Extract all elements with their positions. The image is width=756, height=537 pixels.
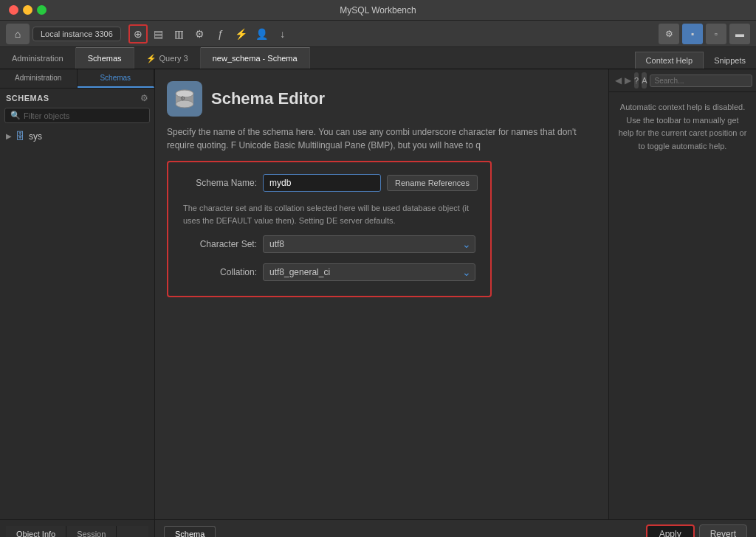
help-search-input[interactable]	[650, 75, 752, 87]
revert-button[interactable]: Revert	[699, 524, 747, 537]
bottom-content: Object Info Session Schema: sys Schema	[0, 520, 756, 537]
create-view-icon[interactable]: ▥	[170, 24, 189, 44]
right-toolbar: ⚙ ▪ ▫ ▬	[659, 24, 750, 44]
filter-box: 🔍	[4, 108, 150, 123]
sidebar: Administration Schemas SCHEMAS ⚙ 🔍 ▶ 🗄 s…	[0, 69, 155, 519]
toolbar-icons: ⊕ ▤ ▥ ⚙ ƒ ⚡ 👤 ↓	[128, 24, 292, 44]
settings-icon[interactable]: ⚙	[659, 24, 679, 44]
schema-editor-area: ⚙ Schema Editor Specify the name of the …	[155, 69, 608, 519]
tab-schema[interactable]: Schema	[164, 526, 216, 537]
action-buttons: Apply Revert	[646, 524, 747, 537]
schema-item-sys[interactable]: ▶ 🗄 sys	[0, 128, 154, 145]
charset-label: Character Set:	[183, 239, 257, 249]
close-button[interactable]	[9, 5, 18, 15]
rename-references-button[interactable]: Rename References	[387, 175, 478, 191]
tab-administration[interactable]: Administration	[0, 47, 76, 69]
nav-back-icon[interactable]: ◀	[615, 73, 622, 88]
bottom-left: Object Info Session Schema: sys	[0, 520, 155, 537]
help-auto-icon[interactable]: A	[642, 72, 647, 89]
bottom-left-tabs: Object Info Session	[6, 526, 148, 537]
collation-row: Collation: utf8_general_ci utf8_unicode_…	[183, 263, 475, 281]
svg-text:⚙: ⚙	[180, 95, 185, 102]
schema-name-input[interactable]	[263, 174, 381, 192]
tab-query3[interactable]: ⚡ Query 3	[134, 47, 201, 69]
nav-forward-icon[interactable]: ▶	[625, 73, 631, 88]
tab-schemas[interactable]: Schemas	[76, 47, 134, 69]
charset-select[interactable]: utf8 utf16 utf32 latin1	[263, 235, 475, 253]
view-mode-1-icon[interactable]: ▪	[682, 24, 703, 44]
collation-select-wrapper: utf8_general_ci utf8_unicode_ci utf8_bin…	[263, 263, 475, 281]
schema-tabs: Schema	[164, 526, 216, 537]
title-bar: MySQL Workbench	[0, 0, 756, 21]
collation-label: Collation:	[183, 267, 257, 277]
schemas-options-icon[interactable]: ⚙	[140, 93, 148, 103]
charset-description: The character set and its collation sele…	[183, 202, 475, 226]
schema-editor-description: Specify the name of the schema here. You…	[167, 125, 597, 152]
create-schema-icon[interactable]: ⊕	[128, 24, 148, 44]
search-icon: 🔍	[10, 111, 21, 120]
filter-input[interactable]	[24, 111, 144, 120]
right-panel-nav: ◀ ▶ ? A	[609, 69, 756, 92]
main-area: Administration Schemas SCHEMAS ⚙ 🔍 ▶ 🗄 s…	[0, 69, 756, 519]
create-procedure-icon[interactable]: ⚙	[190, 24, 210, 44]
manage-users-icon[interactable]: 👤	[252, 24, 272, 44]
apply-button[interactable]: Apply	[646, 524, 695, 537]
window-controls[interactable]	[9, 5, 47, 15]
data-import-icon[interactable]: ↓	[273, 24, 292, 44]
context-help-body: Automatic context help is disabled. Use …	[609, 92, 756, 162]
tab-session[interactable]: Session	[66, 526, 117, 537]
schema-name-row: Schema Name: Rename References	[183, 174, 475, 192]
instance-bar: ⌂ Local instance 3306 ⊕ ▤ ▥ ⚙ ƒ ⚡ 👤 ↓ ⚙ …	[0, 21, 756, 47]
center-area: ⚙ Schema Editor Specify the name of the …	[155, 69, 608, 519]
minimize-button[interactable]	[23, 5, 32, 15]
schema-form-container: Schema Name: Rename References The chara…	[167, 161, 492, 297]
instance-tab-label: Local instance 3306	[41, 30, 113, 38]
sidebar-tab-bar: Administration Schemas	[0, 69, 154, 89]
help-refresh-icon[interactable]: ?	[634, 72, 639, 89]
window-title: MySQL Workbench	[340, 5, 416, 15]
create-function-icon[interactable]: ƒ	[211, 24, 230, 44]
create-table-icon[interactable]: ▤	[149, 24, 168, 44]
charset-row: Character Set: utf8 utf16 utf32 latin1 ⌄	[183, 235, 475, 253]
right-tabs: Context Help Snippets	[635, 52, 756, 69]
schema-editor-title: Schema Editor	[211, 89, 325, 108]
schema-name-sys: sys	[29, 131, 42, 142]
tab-context-help[interactable]: Context Help	[635, 52, 704, 69]
charset-select-wrapper: utf8 utf16 utf32 latin1 ⌄	[263, 235, 475, 253]
schemas-header: SCHEMAS ⚙	[0, 89, 154, 108]
bottom-main: Schema Apply Revert Action Output ⇕ Time…	[155, 520, 756, 537]
tab-object-info[interactable]: Object Info	[6, 526, 66, 537]
home-button[interactable]: ⌂	[6, 24, 30, 44]
bottom-area: Object Info Session Schema: sys Schema	[0, 519, 756, 537]
tab-snippets[interactable]: Snippets	[704, 52, 756, 69]
create-trigger-icon[interactable]: ⚡	[232, 24, 251, 44]
view-mode-3-icon[interactable]: ▬	[729, 24, 750, 44]
schema-icon: 🗄	[16, 131, 25, 142]
instance-tab[interactable]: Local instance 3306	[32, 27, 121, 41]
tab-bar: Administration Schemas ⚡ Query 3 new_sch…	[0, 47, 756, 69]
bottom-toolbar: Schema Apply Revert	[155, 520, 756, 537]
collation-select[interactable]: utf8_general_ci utf8_unicode_ci utf8_bin	[263, 263, 475, 281]
maximize-button[interactable]	[37, 5, 47, 15]
view-mode-2-icon[interactable]: ▫	[706, 24, 726, 44]
db-icon: ⚙	[167, 81, 202, 117]
chevron-right-icon: ▶	[6, 132, 12, 140]
right-panel: ◀ ▶ ? A Automatic context help is disabl…	[608, 69, 756, 519]
schemas-label: SCHEMAS	[6, 94, 49, 103]
tab-new-schema[interactable]: new_schema - Schema	[201, 47, 310, 69]
schema-editor-header: ⚙ Schema Editor	[167, 81, 597, 117]
sidebar-tab-administration[interactable]: Administration	[0, 69, 78, 88]
sidebar-tab-schemas[interactable]: Schemas	[78, 69, 155, 88]
schema-name-label: Schema Name:	[183, 178, 257, 188]
